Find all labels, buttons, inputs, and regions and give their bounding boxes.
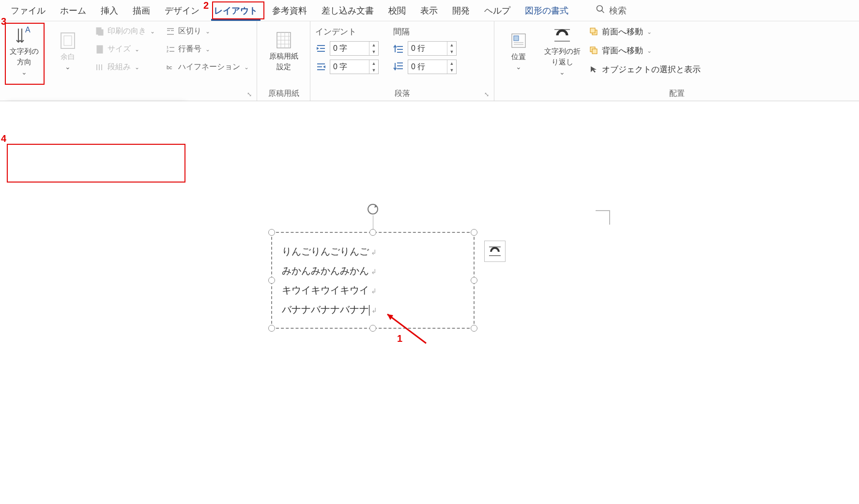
indent-right-icon [315, 61, 327, 73]
resize-handle-tc[interactable] [369, 229, 376, 236]
position-button[interactable]: 位置 [499, 24, 538, 77]
columns-button[interactable]: 段組み [92, 60, 158, 74]
spacing-after-spinner[interactable]: ▲▼ [408, 60, 457, 74]
indent-left-up[interactable]: ▲ [369, 42, 378, 48]
spacing-after-down[interactable]: ▼ [447, 67, 456, 74]
svg-text:1: 1 [167, 46, 169, 49]
svg-rect-8 [98, 30, 103, 35]
bring-forward-icon [589, 27, 599, 37]
margins-icon [58, 31, 77, 50]
bring-forward-button[interactable]: 前面へ移動 [586, 24, 704, 39]
rotate-handle[interactable] [367, 203, 379, 215]
textbox-line-1[interactable]: りんごりんごりんご↲ [282, 242, 464, 261]
spacing-before-input[interactable] [408, 42, 447, 55]
arrange-group-label: 配置 [499, 87, 854, 99]
textbox-line-4[interactable]: バナナバナナバナナ↲ [282, 300, 464, 319]
text-wrap-icon [552, 26, 572, 45]
wrap-label-2: り返し [552, 58, 573, 66]
resize-handle-mr[interactable] [471, 277, 477, 284]
annotation-arrow-1 [383, 309, 431, 350]
layout-options-button[interactable] [484, 241, 506, 262]
textbox[interactable]: りんごりんごりんご↲ みかんみかんみかん↲ キウイキウイキウイ↲ バナナバナナバ… [271, 232, 475, 329]
manuscript-group-label: 原稿用紙 [262, 87, 305, 99]
manuscript-settings-button[interactable]: 原稿用紙 設定 [264, 24, 303, 77]
send-backward-button[interactable]: 背面へ移動 [586, 43, 704, 58]
send-backward-label: 背面へ移動 [602, 45, 643, 56]
document-area[interactable]: りんごりんごりんご↲ みかんみかんみかん↲ キウイキウイキウイ↲ バナナバナナバ… [0, 101, 859, 504]
paragraph-group-label: 段落 [315, 87, 489, 99]
spacing-before-spinner[interactable]: ▲▼ [408, 41, 457, 56]
margins-label: 余白 [61, 52, 75, 61]
hyphenation-button[interactable]: bc ハイフネーション [163, 60, 252, 74]
columns-icon [95, 62, 105, 72]
menu-references[interactable]: 参考資料 [265, 1, 314, 20]
search-label: 検索 [609, 5, 627, 16]
menu-draw[interactable]: 描画 [126, 1, 157, 20]
size-button[interactable]: サイズ [92, 42, 158, 56]
resize-handle-tr[interactable] [471, 229, 477, 236]
hyphenation-label: ハイフネーション [178, 62, 240, 72]
resize-handle-bl[interactable] [268, 325, 275, 332]
line-numbers-button[interactable]: 12 行番号 [163, 42, 252, 56]
svg-line-1 [602, 11, 604, 13]
svg-rect-6 [64, 36, 72, 46]
page-corner-mark [596, 210, 610, 225]
textbox-selection[interactable]: りんごりんごりんご↲ みかんみかんみかん↲ キウイキウイキウイ↲ バナナバナナバ… [271, 232, 475, 329]
spacing-after-icon [393, 61, 405, 73]
menu-review[interactable]: 校閲 [382, 1, 413, 20]
indent-left-input[interactable] [330, 42, 369, 55]
spacing-before-down[interactable]: ▼ [447, 48, 456, 55]
indent-left-down[interactable]: ▼ [369, 48, 378, 55]
menu-mailings[interactable]: 差し込み文書 [315, 1, 381, 20]
svg-line-55 [387, 314, 426, 343]
indent-left-spinner[interactable]: ▲▼ [330, 41, 379, 56]
text-wrap-button[interactable]: 文字列の折 り返し [543, 24, 582, 77]
hyphenation-icon: bc [166, 62, 175, 72]
resize-handle-br[interactable] [471, 325, 477, 332]
indent-right-down[interactable]: ▼ [369, 67, 378, 74]
menu-developer[interactable]: 開発 [445, 1, 476, 20]
menu-shape-format[interactable]: 図形の書式 [518, 1, 575, 20]
menu-insert[interactable]: 挿入 [94, 1, 125, 20]
selection-pane-button[interactable]: オブジェクトの選択と表示 [586, 62, 704, 77]
menu-help[interactable]: ヘルプ [477, 1, 517, 20]
spacing-before-up[interactable]: ▲ [447, 42, 456, 48]
svg-text:2: 2 [167, 49, 169, 53]
search-group[interactable]: 検索 [596, 4, 627, 16]
menubar: ファイル ホーム 挿入 描画 デザイン レイアウト 参考資料 差し込み文書 校閲… [0, 0, 859, 21]
resize-handle-ml[interactable] [268, 277, 275, 284]
size-icon [95, 45, 105, 54]
selection-pane-label: オブジェクトの選択と表示 [602, 64, 701, 75]
resize-handle-bc[interactable] [369, 325, 376, 332]
breaks-button[interactable]: 区切り [163, 24, 252, 38]
resize-handle-tl[interactable] [268, 229, 275, 236]
size-label: サイズ [107, 44, 131, 54]
textbox-line-2[interactable]: みかんみかんみかん↲ [282, 261, 464, 280]
line-numbers-icon: 12 [166, 45, 175, 54]
menu-layout[interactable]: レイアウト [207, 1, 264, 20]
indent-right-input[interactable] [330, 60, 369, 74]
textbox-line-3[interactable]: キウイキウイキウイ↲ [282, 280, 464, 300]
indent-right-spinner[interactable]: ▲▼ [330, 60, 379, 74]
svg-rect-48 [592, 49, 597, 54]
selection-pane-icon [589, 65, 599, 75]
spacing-before-icon [393, 43, 405, 54]
text-direction-button[interactable]: A 文字列の 方向 [5, 24, 44, 77]
ribbon: A 文字列の 方向 余白 [0, 21, 859, 101]
menu-view[interactable]: 表示 [414, 1, 445, 20]
menu-home[interactable]: ホーム [53, 1, 93, 20]
menu-design[interactable]: デザイン [158, 1, 206, 20]
svg-rect-40 [514, 36, 519, 41]
menu-file[interactable]: ファイル [4, 1, 52, 20]
send-backward-icon [589, 46, 599, 56]
spacing-after-up[interactable]: ▲ [447, 60, 456, 67]
text-direction-label-2: 方向 [17, 58, 31, 66]
indent-left-icon [315, 43, 327, 54]
indent-right-up[interactable]: ▲ [369, 60, 378, 67]
margins-button[interactable]: 余白 [48, 24, 87, 77]
spacing-after-input[interactable] [408, 60, 447, 74]
orientation-button[interactable]: 印刷の向き [92, 24, 158, 38]
page-setup-dialog-launcher[interactable]: ⤡ [247, 91, 255, 99]
manuscript-label-2: 設定 [276, 62, 291, 71]
paragraph-dialog-launcher[interactable]: ⤡ [484, 91, 492, 99]
